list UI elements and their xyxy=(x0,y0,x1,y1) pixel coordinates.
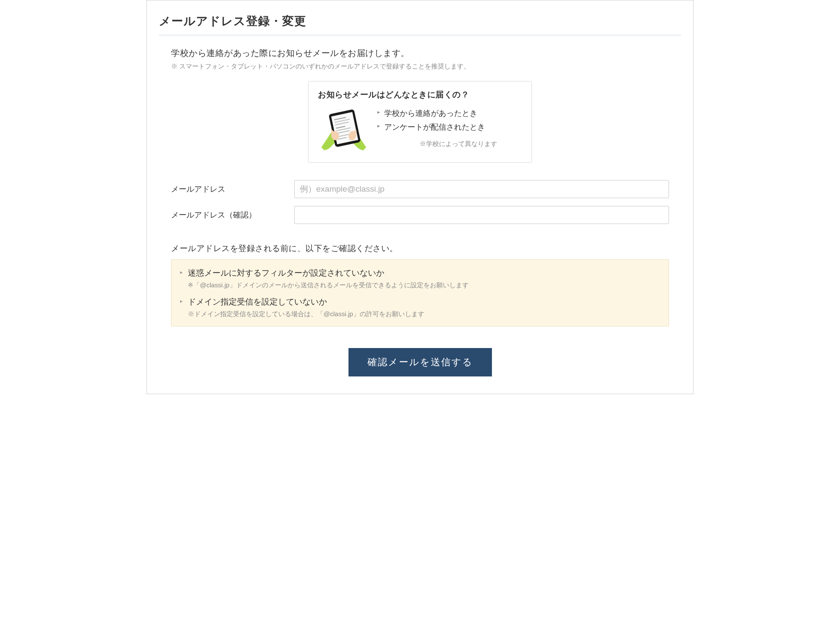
confirm-item-note: ※「@classi.jp」ドメインのメールから送信されるメールを受信できるように… xyxy=(180,281,660,289)
confirm-item-title: 迷惑メールに対するフィルターが設定されていないか xyxy=(180,267,660,279)
intro-note: ※ スマートフォン・タブレット・パソコンのいずれかのメールアドレスで登録すること… xyxy=(171,62,681,71)
tablet-hands-icon xyxy=(318,106,370,154)
info-item: アンケートが配信されたとき xyxy=(377,122,522,132)
main-container: メールアドレス登録・変更 学校から連絡があった際にお知らせメールをお届けします。… xyxy=(146,0,694,394)
page-title: メールアドレス登録・変更 xyxy=(159,13,681,35)
confirm-section: メールアドレスを登録される前に、以下をご確認ください。 迷惑メールに対するフィル… xyxy=(159,243,681,326)
info-item: 学校から連絡があったとき xyxy=(377,108,522,118)
form-area: メールアドレス メールアドレス（確認） xyxy=(159,180,681,224)
confirm-item: ドメイン指定受信を設定していないか ※ドメイン指定受信を設定している場合は、「@… xyxy=(180,296,660,318)
confirm-item-title: ドメイン指定受信を設定していないか xyxy=(180,296,660,308)
confirm-heading: メールアドレスを登録される前に、以下をご確認ください。 xyxy=(171,243,669,254)
form-row-email: メールアドレス xyxy=(171,180,669,198)
info-box: お知らせメールはどんなときに届くの？ xyxy=(308,81,532,163)
info-sub-note: ※学校によって異なります xyxy=(377,140,522,148)
confirm-item-note: ※ドメイン指定受信を設定している場合は、「@classi.jp」の許可をお願いし… xyxy=(180,310,660,318)
email-confirm-label: メールアドレス（確認） xyxy=(171,210,294,220)
email-label: メールアドレス xyxy=(171,184,294,194)
confirm-box: 迷惑メールに対するフィルターが設定されていないか ※「@classi.jp」ドメ… xyxy=(171,259,669,326)
intro-area: 学校から連絡があった際にお知らせメールをお届けします。 ※ スマートフォン・タブ… xyxy=(159,47,681,71)
info-box-title: お知らせメールはどんなときに届くの？ xyxy=(318,89,522,100)
intro-text: 学校から連絡があった際にお知らせメールをお届けします。 xyxy=(171,47,681,59)
email-confirm-input[interactable] xyxy=(294,206,669,224)
email-input[interactable] xyxy=(294,180,669,198)
info-list: 学校から連絡があったとき アンケートが配信されたとき ※学校によって異なります xyxy=(377,106,522,148)
form-row-email-confirm: メールアドレス（確認） xyxy=(171,206,669,224)
info-box-body: 学校から連絡があったとき アンケートが配信されたとき ※学校によって異なります xyxy=(318,106,522,154)
submit-area: 確認メールを送信する xyxy=(159,348,681,376)
confirm-item: 迷惑メールに対するフィルターが設定されていないか ※「@classi.jp」ドメ… xyxy=(180,267,660,289)
submit-button[interactable]: 確認メールを送信する xyxy=(348,348,492,376)
